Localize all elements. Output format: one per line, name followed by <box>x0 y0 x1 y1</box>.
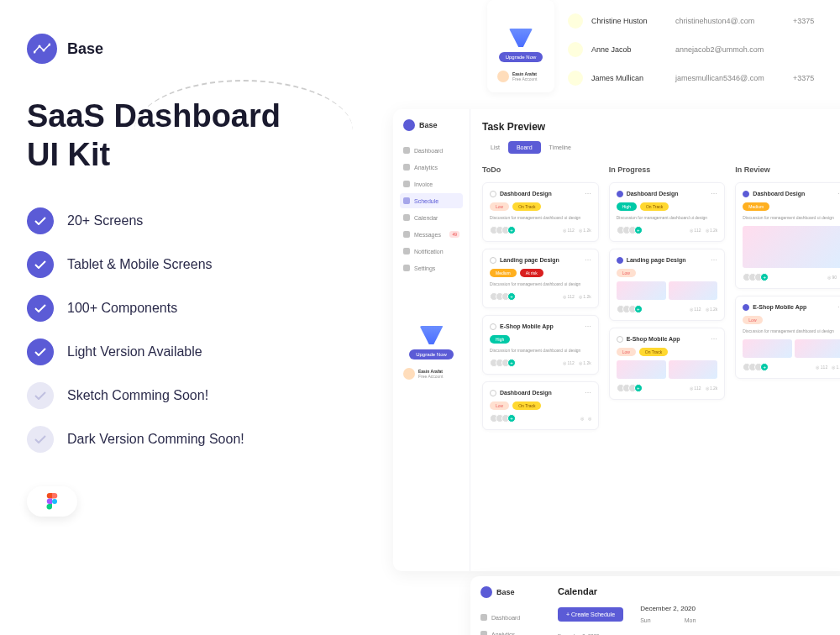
contacts-preview: Christine Hustonchristinehuston4@.com+33… <box>554 0 840 99</box>
add-icon[interactable]: + <box>507 414 516 422</box>
nav-item-analytics[interactable]: Analytics <box>477 627 539 635</box>
check-icon <box>27 251 54 278</box>
more-icon[interactable]: ⋯ <box>585 256 591 264</box>
feature-item: Light Version Available <box>27 338 380 365</box>
add-icon[interactable]: + <box>634 305 643 313</box>
more-icon[interactable]: ⋯ <box>585 389 591 396</box>
nav-label: Calendar <box>414 215 438 221</box>
check-icon <box>27 295 54 322</box>
nav-icon <box>403 265 410 271</box>
board-columns: ToDoDashboard Design⋯LowOn TrackDiscussi… <box>482 165 840 437</box>
calendar-brand: Base <box>477 586 539 598</box>
add-icon[interactable]: + <box>634 226 643 234</box>
contact-row[interactable]: Christine Hustonchristinehuston4@.com+33… <box>554 7 840 35</box>
tab-board[interactable]: Board <box>508 141 541 154</box>
nav-label: Analytics <box>491 632 515 636</box>
contact-name: Anne Jacob <box>591 45 667 54</box>
nav-label: Analytics <box>414 165 438 171</box>
nav-item-analytics[interactable]: Analytics <box>400 160 463 175</box>
nav-item-settings[interactable]: Settings <box>400 260 463 276</box>
nav-item-dashboard[interactable]: Dashboard <box>400 143 463 158</box>
hero-title-line1: SaaS Dashboard <box>27 98 281 134</box>
check-icon[interactable] <box>743 191 749 197</box>
contact-phone: +3375 <box>793 74 814 82</box>
upgrade-button[interactable]: Upgrade Now <box>499 52 543 62</box>
stat: ◎ 112 <box>690 228 701 233</box>
check-icon[interactable] <box>490 257 496 264</box>
hero-section: Base SaaS Dashboard UI Kit 20+ ScreensTa… <box>27 34 380 517</box>
create-schedule-button[interactable]: + Create Schedule <box>558 607 623 622</box>
more-icon[interactable]: ⋯ <box>585 323 591 330</box>
add-icon[interactable]: + <box>760 273 769 281</box>
add-icon[interactable]: + <box>507 292 516 301</box>
pill-ontrack: On Track <box>640 202 669 211</box>
nav-icon <box>403 147 410 154</box>
task-card[interactable]: Dashboard Design⋯HighOn TrackDiscussion … <box>609 182 726 242</box>
day-label: Sun <box>640 617 650 623</box>
thumbnail <box>669 360 718 379</box>
add-icon[interactable]: + <box>507 359 516 367</box>
add-icon[interactable]: + <box>634 384 643 392</box>
check-icon <box>27 338 54 365</box>
more-icon[interactable]: ⋯ <box>585 190 591 197</box>
nav-item-messages[interactable]: Messages49 <box>400 227 463 242</box>
more-icon[interactable]: ⋯ <box>711 335 717 343</box>
add-icon[interactable]: + <box>760 363 769 371</box>
check-icon[interactable] <box>743 304 749 311</box>
feature-item: 20+ Screens <box>27 207 380 234</box>
board-title: Task Preview <box>482 121 840 133</box>
tab-timeline[interactable]: Timeline <box>541 141 580 154</box>
avatar <box>568 13 583 29</box>
task-card[interactable]: Dashboard Design⋯MediumDiscussion for ma… <box>735 182 840 289</box>
card-desc: Discussion for management dashboard ui d… <box>617 215 718 221</box>
nav-item-dashboard[interactable]: Dashboard <box>477 610 539 625</box>
check-icon[interactable] <box>617 191 623 197</box>
pill-ontrack: On Track <box>512 202 541 211</box>
nav-list: DashboardAnalyticsInvoiceScheduleCalenda… <box>400 143 463 276</box>
check-icon[interactable] <box>490 323 496 330</box>
task-card[interactable]: E-Shop Mobile App⋯LowOn Track+◎ 112◎ 1.2… <box>609 328 726 400</box>
tab-list[interactable]: List <box>482 141 508 154</box>
nav-label: Dashboard <box>491 615 520 621</box>
check-icon[interactable] <box>490 390 496 396</box>
brand-logo-icon <box>403 119 415 131</box>
check-icon[interactable] <box>617 257 623 264</box>
card-desc: Discussion for management dashboard ui d… <box>490 215 591 221</box>
user-chip[interactable]: Easin Arafat Free Account <box>400 365 463 383</box>
add-icon[interactable]: + <box>507 226 516 234</box>
nav-item-notification[interactable]: Notification <box>400 244 463 259</box>
stat: ◎ <box>580 416 584 421</box>
nav-label: Schedule <box>414 198 438 204</box>
contact-row[interactable]: James Mullicanjamesmullican5346@.com+337… <box>554 64 840 92</box>
svg-point-4 <box>52 499 57 504</box>
nav-icon <box>480 631 487 635</box>
task-card[interactable]: E-Shop Mobile App⋯LowDiscussion for mana… <box>735 296 840 379</box>
check-icon[interactable] <box>617 336 623 343</box>
upgrade-button[interactable]: Upgrade Now <box>409 349 454 359</box>
contact-name: Christine Huston <box>591 17 667 25</box>
contact-email: jamesmullican5346@.com <box>675 74 785 82</box>
nav-item-schedule[interactable]: Schedule <box>400 193 463 208</box>
card-desc: Discussion for management dashboard ui d… <box>743 328 840 334</box>
task-card[interactable]: E-Shop Mobile App⋯HighDiscussion for man… <box>482 315 599 375</box>
more-icon[interactable]: ⋯ <box>711 256 717 264</box>
user-chip[interactable]: Easin Arafat Free Account <box>494 67 548 86</box>
task-card[interactable]: Landing page Design⋯Low+◎ 112◎ 1.2k <box>609 249 726 321</box>
nav-item-calendar[interactable]: Calendar <box>400 210 463 225</box>
task-card[interactable]: Landing page Design⋯MediumAt riskDiscuss… <box>482 249 599 308</box>
feature-text: Tablet & Mobile Screens <box>67 257 213 272</box>
task-card[interactable]: Dashboard Design⋯LowOn Track+◎ ◎ <box>482 381 599 430</box>
hero-title: SaaS Dashboard UI Kit <box>27 97 380 174</box>
nav-icon <box>403 197 410 204</box>
pill-medium: Medium <box>743 202 769 211</box>
pill-low: Low <box>490 202 509 211</box>
more-icon[interactable]: ⋯ <box>711 190 717 197</box>
nav-label: Invoice <box>414 181 433 187</box>
check-icon[interactable] <box>490 191 496 197</box>
pill-ontrack: On Track <box>512 401 541 410</box>
avatar <box>568 71 583 86</box>
contact-row[interactable]: Anne Jacobannejacob2@ummoh.com <box>554 35 840 64</box>
nav-item-invoice[interactable]: Invoice <box>400 176 463 192</box>
nav-icon <box>403 214 410 221</box>
task-card[interactable]: Dashboard Design⋯LowOn TrackDiscussion f… <box>482 182 599 242</box>
